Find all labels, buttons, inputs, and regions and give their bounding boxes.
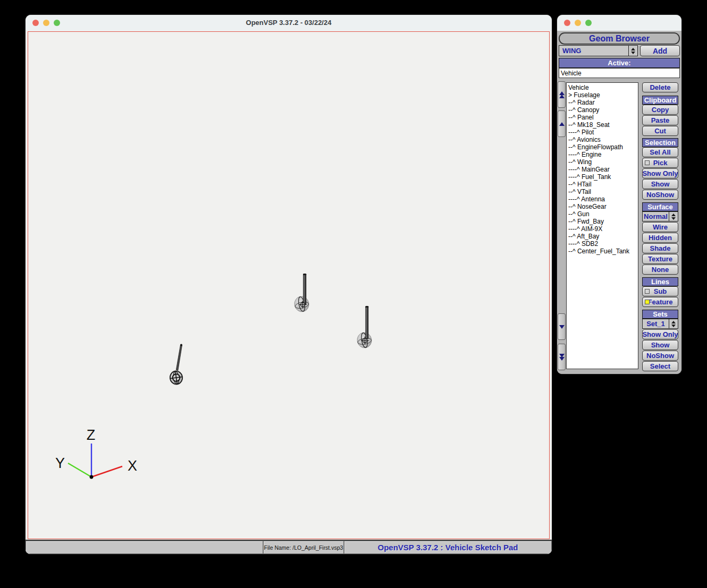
close-button[interactable] [564,20,570,26]
tree-item[interactable]: ----^ MainGear [568,166,638,173]
geom-browser-heading: Geom Browser [559,32,680,45]
tree-item[interactable]: > Fuselage [568,91,638,99]
surface-mode-select[interactable]: Normal [642,211,678,221]
pick-checkbox[interactable] [645,160,650,165]
tree-item[interactable]: --^ Radar [568,99,638,106]
cut-button[interactable]: Cut [642,126,678,136]
tree-item[interactable]: --^ Gun [568,210,638,218]
pick-label: Pick [653,159,668,167]
surface-header: Surface [642,202,678,211]
sets-show-only-button[interactable]: Show Only [642,329,678,339]
landing-gear-main-right[interactable] [356,306,373,349]
tree-item[interactable]: ----^ Pilot [568,129,638,136]
tree-item[interactable]: ----^ AIM-9X [568,225,638,233]
tree-item[interactable]: ----^ Antenna [568,195,638,203]
set-select-value: Set_1 [643,319,669,328]
geom-browser-body: Geom Browser WING Add Active: Vehicle [557,31,681,374]
sets-select-button[interactable]: Select [642,361,678,371]
feature-checkbox[interactable] [645,300,650,304]
tree-item[interactable]: --^ VTail [568,188,638,195]
sets-show-button[interactable]: Show [642,340,678,350]
tree-item[interactable]: --^ HTail [568,181,638,188]
tree-item[interactable]: --^ Panel [568,114,638,121]
y-axis-line [68,463,91,477]
selection-show-only-button[interactable]: Show Only [642,168,678,178]
shade-button[interactable]: Shade [642,243,678,253]
wire-button[interactable]: Wire [642,222,678,232]
geom-titlebar [557,15,681,31]
active-geom-field[interactable]: Vehicle [559,68,680,78]
chevron-up-icon [671,214,676,216]
set-select[interactable]: Set_1 [642,319,678,329]
lines-header: Lines [642,277,678,286]
chevron-down-icon [631,52,635,54]
tree-item[interactable]: --^ Wing [568,158,638,166]
geom-type-select[interactable]: WING [559,45,638,56]
feature-label: Feature [648,298,673,306]
geom-browser-window: Geom Browser WING Add Active: Vehicle [557,15,681,374]
add-geom-button[interactable]: Add [640,45,680,56]
stepper-control[interactable] [669,319,678,328]
tree-item[interactable]: Vehicle [568,84,638,91]
tree-item[interactable]: --^ EngineFlowpath [568,143,638,151]
chevron-up-icon [559,122,565,126]
sub-toggle-button[interactable]: Sub [642,286,678,296]
x-axis-label: X [128,458,137,474]
tree-item[interactable]: ----^ Engine [568,151,638,158]
double-chevron-down-icon [559,357,565,361]
sets-noshow-button[interactable]: NoShow [642,351,678,361]
pick-toggle-button[interactable]: Pick [642,158,678,168]
feature-toggle-button[interactable]: Feature [642,297,678,307]
scroll-bottom-button[interactable] [558,344,566,370]
tree-item[interactable]: --^ Mk18_Seat [568,121,638,129]
axis-triad: Z Y X [55,427,137,479]
sel-all-button[interactable]: Sel All [642,147,678,157]
traffic-lights [564,20,592,26]
zoom-button[interactable] [585,20,592,26]
delete-button[interactable]: Delete [642,82,678,92]
scroll-top-button[interactable] [558,81,566,108]
scroll-up-button[interactable] [558,110,566,137]
axis-origin-dot [90,475,94,479]
chevron-down-icon [671,325,676,327]
selection-header: Selection [642,138,678,147]
stepper-control[interactable] [628,46,637,56]
selection-noshow-button[interactable]: NoShow [642,190,678,200]
none-button[interactable]: None [642,265,678,275]
active-header: Active: [559,58,680,68]
copy-button[interactable]: Copy [642,105,678,115]
landing-gear-nose[interactable] [169,344,183,386]
x-axis-line [91,466,122,477]
scroll-down-button[interactable] [558,313,566,340]
selection-show-button[interactable]: Show [642,179,678,189]
sets-header: Sets [642,310,678,319]
landing-gear-main[interactable] [293,274,310,313]
paste-button[interactable]: Paste [642,115,678,125]
window-title: OpenVSP 3.37.2 - 03/22/24 [26,15,552,31]
texture-button[interactable]: Texture [642,254,678,264]
tree-item[interactable]: --^ Avionics [568,136,638,143]
tree-item[interactable]: ----^ Fuel_Tank [568,173,638,181]
double-chevron-up-icon [559,95,565,98]
surface-mode-value: Normal [643,212,669,221]
tree-item[interactable]: --^ Center_Fuel_Tank [568,248,638,255]
sub-label: Sub [654,287,667,295]
main-titlebar: OpenVSP 3.37.2 - 03/22/24 [26,15,552,31]
status-bar: File Name: /LO_April_First.vsp3 OpenVSP … [26,540,552,554]
y-axis-label: Y [55,455,65,471]
stepper-control[interactable] [669,212,678,221]
app-title-status: OpenVSP 3.37.2 : Vehicle Sketch Pad [344,541,552,554]
sub-checkbox[interactable] [645,289,650,294]
tree-item[interactable]: ----^ SDB2 [568,240,638,248]
3d-viewport[interactable]: Z Y X [26,31,552,540]
3d-scene[interactable]: Z Y X [26,31,552,540]
hidden-button[interactable]: Hidden [642,233,678,243]
tree-item[interactable]: --^ NoseGear [568,203,638,210]
minimize-button[interactable] [575,20,581,26]
tree-item[interactable]: --^ Fwd_Bay [568,218,638,225]
tree-item[interactable]: --^ Canopy [568,106,638,114]
tree-item[interactable]: --^ Aft_Bay [568,233,638,240]
geom-tree-browser[interactable]: Vehicle > Fuselage --^ Radar --^ Canopy … [566,82,638,369]
file-name-status: File Name: /LO_April_First.vsp3 [263,541,344,554]
chevron-up-icon [671,321,676,323]
